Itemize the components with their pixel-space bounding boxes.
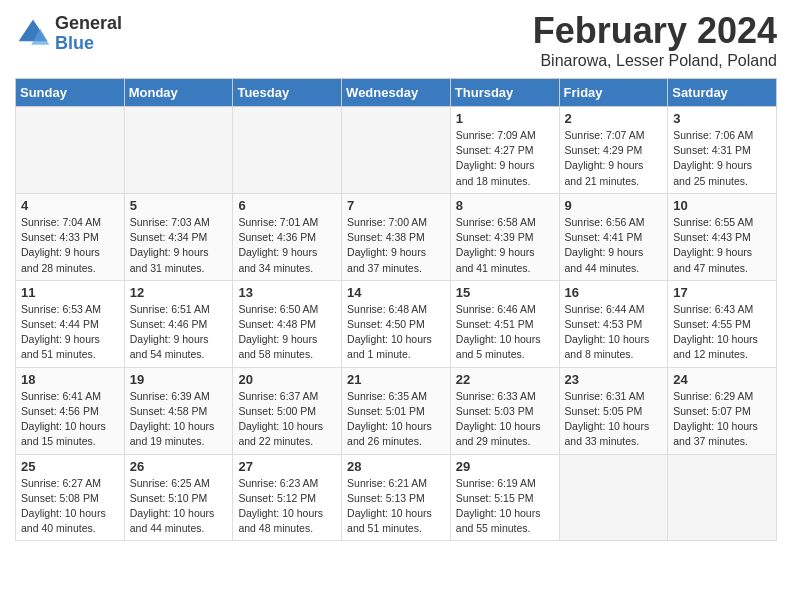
calendar-cell: 10Sunrise: 6:55 AMSunset: 4:43 PMDayligh… [668, 193, 777, 280]
day-info: Sunrise: 6:31 AMSunset: 5:05 PMDaylight:… [565, 389, 663, 450]
calendar-cell: 16Sunrise: 6:44 AMSunset: 4:53 PMDayligh… [559, 280, 668, 367]
day-info: Sunrise: 6:43 AMSunset: 4:55 PMDaylight:… [673, 302, 771, 363]
day-info: Sunrise: 6:37 AMSunset: 5:00 PMDaylight:… [238, 389, 336, 450]
calendar-week-0: 1Sunrise: 7:09 AMSunset: 4:27 PMDaylight… [16, 107, 777, 194]
calendar-cell: 13Sunrise: 6:50 AMSunset: 4:48 PMDayligh… [233, 280, 342, 367]
day-number: 20 [238, 372, 336, 387]
day-number: 9 [565, 198, 663, 213]
location-title: Binarowa, Lesser Poland, Poland [533, 52, 777, 70]
day-header-thursday: Thursday [450, 79, 559, 107]
day-info: Sunrise: 7:06 AMSunset: 4:31 PMDaylight:… [673, 128, 771, 189]
calendar-cell: 11Sunrise: 6:53 AMSunset: 4:44 PMDayligh… [16, 280, 125, 367]
day-number: 14 [347, 285, 445, 300]
calendar-week-2: 11Sunrise: 6:53 AMSunset: 4:44 PMDayligh… [16, 280, 777, 367]
day-number: 23 [565, 372, 663, 387]
day-info: Sunrise: 6:48 AMSunset: 4:50 PMDaylight:… [347, 302, 445, 363]
header: General Blue February 2024 Binarowa, Les… [15, 10, 777, 70]
day-info: Sunrise: 6:23 AMSunset: 5:12 PMDaylight:… [238, 476, 336, 537]
day-number: 1 [456, 111, 554, 126]
logo-icon [15, 16, 51, 52]
logo: General Blue [15, 14, 122, 54]
calendar-cell: 5Sunrise: 7:03 AMSunset: 4:34 PMDaylight… [124, 193, 233, 280]
day-info: Sunrise: 6:46 AMSunset: 4:51 PMDaylight:… [456, 302, 554, 363]
day-info: Sunrise: 6:21 AMSunset: 5:13 PMDaylight:… [347, 476, 445, 537]
calendar-week-1: 4Sunrise: 7:04 AMSunset: 4:33 PMDaylight… [16, 193, 777, 280]
day-number: 16 [565, 285, 663, 300]
calendar-cell: 18Sunrise: 6:41 AMSunset: 4:56 PMDayligh… [16, 367, 125, 454]
calendar-cell: 21Sunrise: 6:35 AMSunset: 5:01 PMDayligh… [342, 367, 451, 454]
calendar-body: 1Sunrise: 7:09 AMSunset: 4:27 PMDaylight… [16, 107, 777, 541]
calendar-cell: 4Sunrise: 7:04 AMSunset: 4:33 PMDaylight… [16, 193, 125, 280]
calendar-cell [559, 454, 668, 541]
day-number: 29 [456, 459, 554, 474]
calendar-cell [342, 107, 451, 194]
day-info: Sunrise: 7:04 AMSunset: 4:33 PMDaylight:… [21, 215, 119, 276]
calendar-cell: 9Sunrise: 6:56 AMSunset: 4:41 PMDaylight… [559, 193, 668, 280]
calendar-cell: 29Sunrise: 6:19 AMSunset: 5:15 PMDayligh… [450, 454, 559, 541]
day-info: Sunrise: 6:51 AMSunset: 4:46 PMDaylight:… [130, 302, 228, 363]
day-info: Sunrise: 6:33 AMSunset: 5:03 PMDaylight:… [456, 389, 554, 450]
day-info: Sunrise: 6:19 AMSunset: 5:15 PMDaylight:… [456, 476, 554, 537]
day-number: 15 [456, 285, 554, 300]
day-info: Sunrise: 7:09 AMSunset: 4:27 PMDaylight:… [456, 128, 554, 189]
day-number: 10 [673, 198, 771, 213]
day-info: Sunrise: 6:56 AMSunset: 4:41 PMDaylight:… [565, 215, 663, 276]
calendar-cell [668, 454, 777, 541]
day-number: 18 [21, 372, 119, 387]
day-number: 19 [130, 372, 228, 387]
calendar-cell: 25Sunrise: 6:27 AMSunset: 5:08 PMDayligh… [16, 454, 125, 541]
day-info: Sunrise: 6:53 AMSunset: 4:44 PMDaylight:… [21, 302, 119, 363]
day-number: 12 [130, 285, 228, 300]
day-header-saturday: Saturday [668, 79, 777, 107]
logo-general-text: General [55, 14, 122, 34]
day-number: 17 [673, 285, 771, 300]
calendar-cell: 6Sunrise: 7:01 AMSunset: 4:36 PMDaylight… [233, 193, 342, 280]
calendar-cell: 19Sunrise: 6:39 AMSunset: 4:58 PMDayligh… [124, 367, 233, 454]
calendar-week-4: 25Sunrise: 6:27 AMSunset: 5:08 PMDayligh… [16, 454, 777, 541]
calendar-cell: 24Sunrise: 6:29 AMSunset: 5:07 PMDayligh… [668, 367, 777, 454]
calendar-cell [124, 107, 233, 194]
day-info: Sunrise: 6:39 AMSunset: 4:58 PMDaylight:… [130, 389, 228, 450]
calendar-cell [233, 107, 342, 194]
day-info: Sunrise: 7:01 AMSunset: 4:36 PMDaylight:… [238, 215, 336, 276]
day-number: 28 [347, 459, 445, 474]
day-number: 6 [238, 198, 336, 213]
calendar-cell: 20Sunrise: 6:37 AMSunset: 5:00 PMDayligh… [233, 367, 342, 454]
day-header-monday: Monday [124, 79, 233, 107]
day-number: 4 [21, 198, 119, 213]
day-header-wednesday: Wednesday [342, 79, 451, 107]
day-number: 7 [347, 198, 445, 213]
calendar-cell: 2Sunrise: 7:07 AMSunset: 4:29 PMDaylight… [559, 107, 668, 194]
day-number: 22 [456, 372, 554, 387]
calendar-cell: 1Sunrise: 7:09 AMSunset: 4:27 PMDaylight… [450, 107, 559, 194]
day-number: 8 [456, 198, 554, 213]
calendar-cell: 14Sunrise: 6:48 AMSunset: 4:50 PMDayligh… [342, 280, 451, 367]
calendar-cell: 17Sunrise: 6:43 AMSunset: 4:55 PMDayligh… [668, 280, 777, 367]
day-info: Sunrise: 6:35 AMSunset: 5:01 PMDaylight:… [347, 389, 445, 450]
day-info: Sunrise: 6:27 AMSunset: 5:08 PMDaylight:… [21, 476, 119, 537]
day-number: 21 [347, 372, 445, 387]
day-number: 25 [21, 459, 119, 474]
calendar-week-3: 18Sunrise: 6:41 AMSunset: 4:56 PMDayligh… [16, 367, 777, 454]
day-info: Sunrise: 6:55 AMSunset: 4:43 PMDaylight:… [673, 215, 771, 276]
title-area: February 2024 Binarowa, Lesser Poland, P… [533, 10, 777, 70]
day-number: 11 [21, 285, 119, 300]
day-number: 13 [238, 285, 336, 300]
day-info: Sunrise: 7:00 AMSunset: 4:38 PMDaylight:… [347, 215, 445, 276]
day-info: Sunrise: 6:25 AMSunset: 5:10 PMDaylight:… [130, 476, 228, 537]
calendar-cell: 7Sunrise: 7:00 AMSunset: 4:38 PMDaylight… [342, 193, 451, 280]
day-number: 26 [130, 459, 228, 474]
day-info: Sunrise: 6:50 AMSunset: 4:48 PMDaylight:… [238, 302, 336, 363]
day-number: 5 [130, 198, 228, 213]
calendar-header-row: SundayMondayTuesdayWednesdayThursdayFrid… [16, 79, 777, 107]
calendar-cell: 12Sunrise: 6:51 AMSunset: 4:46 PMDayligh… [124, 280, 233, 367]
day-number: 24 [673, 372, 771, 387]
calendar-cell: 15Sunrise: 6:46 AMSunset: 4:51 PMDayligh… [450, 280, 559, 367]
day-number: 27 [238, 459, 336, 474]
month-title: February 2024 [533, 10, 777, 52]
day-info: Sunrise: 6:29 AMSunset: 5:07 PMDaylight:… [673, 389, 771, 450]
day-number: 2 [565, 111, 663, 126]
calendar-cell [16, 107, 125, 194]
day-header-friday: Friday [559, 79, 668, 107]
day-info: Sunrise: 6:41 AMSunset: 4:56 PMDaylight:… [21, 389, 119, 450]
